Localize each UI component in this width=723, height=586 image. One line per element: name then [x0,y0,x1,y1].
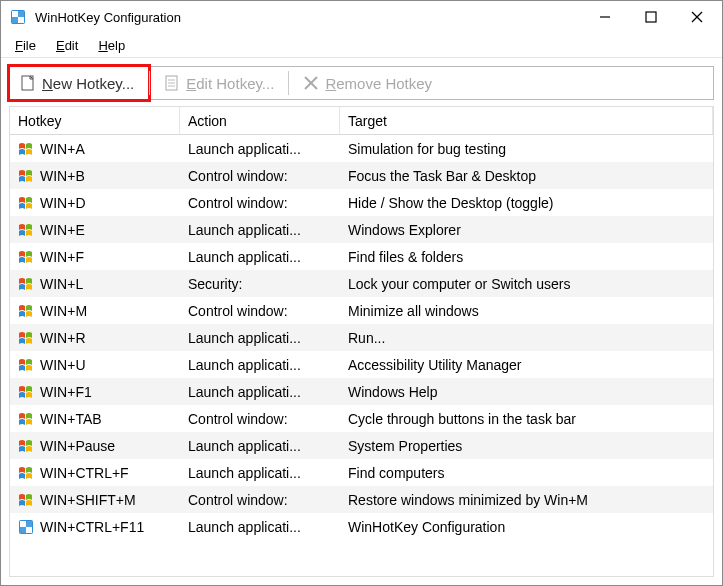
target-cell: Hide / Show the Desktop (toggle) [340,195,713,211]
target-cell: WinHotKey Configuration [340,519,713,535]
target-cell: System Properties [340,438,713,454]
windows-flag-icon [18,492,34,508]
windows-flag-icon [18,330,34,346]
target-cell: Find computers [340,465,713,481]
hotkey-cell: WIN+CTRL+F [10,465,180,481]
app-window: WinHotKey Configuration FileEditHelp New… [0,0,723,586]
windows-flag-icon [18,384,34,400]
new-hotkey-button[interactable]: New Hotkey... [9,66,149,100]
column-header-hotkey[interactable]: Hotkey [10,107,180,134]
hotkey-text: WIN+Pause [40,438,115,454]
target-cell: Minimize all windows [340,303,713,319]
close-button[interactable] [674,1,720,33]
windows-flag-icon [18,411,34,427]
hotkey-cell: WIN+SHIFT+M [10,492,180,508]
hotkey-text: WIN+F [40,249,84,265]
action-cell: Launch applicati... [180,465,340,481]
target-cell: Find files & folders [340,249,713,265]
windows-flag-icon [18,222,34,238]
hotkey-cell: WIN+D [10,195,180,211]
hotkey-text: WIN+CTRL+F11 [40,519,144,535]
windows-flag-icon [18,357,34,373]
hotkey-text: WIN+E [40,222,85,238]
hotkey-cell: WIN+TAB [10,411,180,427]
hotkey-text: WIN+SHIFT+M [40,492,136,508]
table-row[interactable]: WIN+LSecurity:Lock your computer or Swit… [10,270,713,297]
table-row[interactable]: WIN+CTRL+FLaunch applicati...Find comput… [10,459,713,486]
edit-hotkey-label: Edit Hotkey... [186,75,274,92]
title-bar: WinHotKey Configuration [1,1,722,33]
hotkey-text: WIN+M [40,303,87,319]
windows-flag-icon [18,168,34,184]
new-hotkey-label: New Hotkey... [42,75,134,92]
hotkey-cell: WIN+M [10,303,180,319]
table-row[interactable]: WIN+SHIFT+MControl window:Restore window… [10,486,713,513]
action-cell: Launch applicati... [180,249,340,265]
action-cell: Launch applicati... [180,330,340,346]
action-cell: Security: [180,276,340,292]
hotkey-cell: WIN+R [10,330,180,346]
hotkey-cell: WIN+F [10,249,180,265]
table-row[interactable]: WIN+ALaunch applicati...Simulation for b… [10,135,713,162]
action-cell: Launch applicati... [180,141,340,157]
windows-flag-icon [18,141,34,157]
hotkey-text: WIN+F1 [40,384,92,400]
toolbar: New Hotkey... Edit Hotkey... Remove Hotk… [9,66,714,100]
menu-help[interactable]: Help [88,35,135,56]
action-cell: Control window: [180,195,340,211]
hotkey-text: WIN+R [40,330,86,346]
target-cell: Accessibility Utility Manager [340,357,713,373]
table-row[interactable]: WIN+PauseLaunch applicati...System Prope… [10,432,713,459]
hotkey-cell: WIN+Pause [10,438,180,454]
hotkey-cell: WIN+CTRL+F11 [10,519,180,535]
window-title: WinHotKey Configuration [35,10,582,25]
target-cell: Focus the Task Bar & Desktop [340,168,713,184]
hotkey-cell: WIN+L [10,276,180,292]
target-cell: Windows Explorer [340,222,713,238]
menu-bar: FileEditHelp [1,33,722,58]
target-cell: Cycle through buttons in the task bar [340,411,713,427]
table-row[interactable]: WIN+ELaunch applicati...Windows Explorer [10,216,713,243]
action-cell: Launch applicati... [180,438,340,454]
hotkey-cell: WIN+U [10,357,180,373]
windows-flag-icon [18,303,34,319]
table-row[interactable]: WIN+TABControl window:Cycle through butt… [10,405,713,432]
table-row[interactable]: WIN+DControl window:Hide / Show the Desk… [10,189,713,216]
remove-hotkey-button[interactable]: Remove Hotkey [289,67,446,99]
windows-flag-icon [18,465,34,481]
windows-flag-icon [18,195,34,211]
minimize-button[interactable] [582,1,628,33]
table-row[interactable]: WIN+MControl window:Minimize all windows [10,297,713,324]
hotkey-cell: WIN+A [10,141,180,157]
hotkey-text: WIN+CTRL+F [40,465,129,481]
winhotkey-icon [18,519,34,535]
hotkey-text: WIN+L [40,276,83,292]
edit-hotkey-button[interactable]: Edit Hotkey... [150,67,288,99]
action-cell: Control window: [180,303,340,319]
action-cell: Control window: [180,411,340,427]
action-cell: Launch applicati... [180,357,340,373]
hotkey-text: WIN+D [40,195,86,211]
column-header-target[interactable]: Target [340,107,713,134]
hotkey-rows: WIN+ALaunch applicati...Simulation for b… [10,135,713,576]
menu-edit[interactable]: Edit [46,35,88,56]
table-row[interactable]: WIN+CTRL+F11Launch applicati...WinHotKey… [10,513,713,540]
menu-file[interactable]: File [5,35,46,56]
windows-flag-icon [18,249,34,265]
target-cell: Windows Help [340,384,713,400]
table-row[interactable]: WIN+ULaunch applicati...Accessibility Ut… [10,351,713,378]
windows-flag-icon [18,276,34,292]
column-header-action[interactable]: Action [180,107,340,134]
table-row[interactable]: WIN+RLaunch applicati...Run... [10,324,713,351]
table-row[interactable]: WIN+F1Launch applicati...Windows Help [10,378,713,405]
edit-document-icon [164,75,180,91]
hotkey-cell: WIN+B [10,168,180,184]
table-row[interactable]: WIN+FLaunch applicati...Find files & fol… [10,243,713,270]
toolbar-wrap: New Hotkey... Edit Hotkey... Remove Hotk… [1,58,722,106]
hotkey-text: WIN+A [40,141,85,157]
target-cell: Lock your computer or Switch users [340,276,713,292]
table-row[interactable]: WIN+BControl window:Focus the Task Bar &… [10,162,713,189]
hotkey-cell: WIN+F1 [10,384,180,400]
maximize-button[interactable] [628,1,674,33]
action-cell: Launch applicati... [180,384,340,400]
